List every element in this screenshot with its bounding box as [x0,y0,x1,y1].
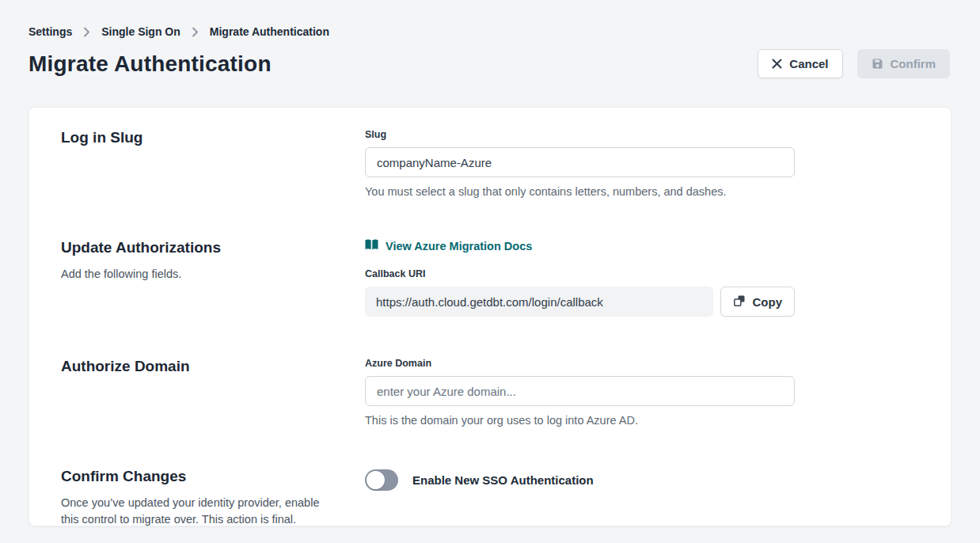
update-authorizations-description: Add the following fields. [61,266,341,283]
breadcrumb-settings[interactable]: Settings [28,25,72,38]
slug-helper-text: You must select a slug that only contain… [365,185,795,198]
cancel-button[interactable]: Cancel [758,49,842,78]
cancel-button-label: Cancel [789,57,828,70]
section-authorize-domain: Authorize Domain Azure Domain This is th… [61,358,919,427]
authorize-domain-heading: Authorize Domain [61,358,341,375]
azure-domain-input[interactable] [365,376,795,406]
copy-button-label: Copy [753,295,783,309]
save-icon [872,58,883,70]
chevron-right-icon [192,27,199,37]
confirm-changes-description: Once you’ve updated your identity provid… [61,495,324,527]
page-title: Migrate Authentication [28,51,272,77]
slug-input[interactable] [365,147,795,177]
login-slug-heading: Log in Slug [61,129,341,146]
azure-migration-docs-link[interactable]: View Azure Migration Docs [365,239,532,253]
section-login-slug: Log in Slug Slug You must select a slug … [61,129,919,198]
azure-domain-helper-text: This is the domain your org uses to log … [365,414,795,427]
callback-uri-value: https://auth.cloud.getdbt.com/login/call… [365,287,713,317]
section-update-authorizations: Update Authorizations Add the following … [61,239,919,317]
chevron-right-icon [83,27,90,37]
azure-domain-label: Azure Domain [365,358,795,369]
confirm-button[interactable]: Confirm [857,49,951,78]
copy-button[interactable]: Copy [720,287,796,317]
callback-uri-label: Callback URI [365,268,795,279]
migrate-authentication-page: Settings Single Sign On Migrate Authenti… [0,0,980,543]
copy-icon [733,294,746,309]
x-icon [772,59,782,69]
breadcrumb-single-sign-on[interactable]: Single Sign On [101,25,180,38]
enable-sso-toggle[interactable] [365,469,398,491]
confirm-button-label: Confirm [891,57,936,70]
azure-migration-docs-link-label: View Azure Migration Docs [386,240,532,253]
update-authorizations-heading: Update Authorizations [61,239,341,256]
toggle-knob [367,471,385,489]
confirm-changes-heading: Confirm Changes [61,468,341,485]
slug-field-label: Slug [365,129,795,140]
page-header: Migrate Authentication Cancel Confirm [0,38,980,78]
section-confirm-changes: Confirm Changes Once you’ve updated your… [61,468,919,527]
header-actions: Cancel Confirm [758,49,950,78]
settings-card: Log in Slug Slug You must select a slug … [28,107,952,526]
breadcrumb: Settings Single Sign On Migrate Authenti… [0,0,980,38]
open-book-icon [365,239,378,253]
breadcrumb-current: Migrate Authentication [210,25,329,38]
enable-sso-toggle-label: Enable New SSO Authentication [412,473,594,487]
